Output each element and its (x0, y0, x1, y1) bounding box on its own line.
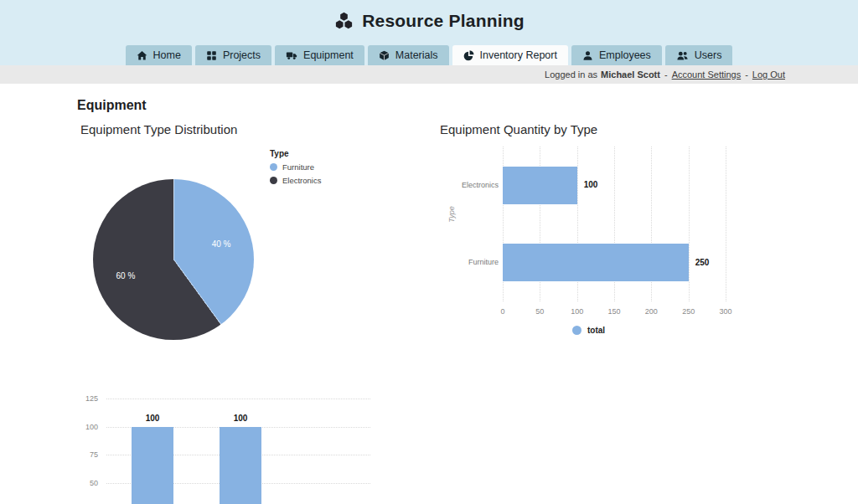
projects-grid-icon (206, 50, 217, 61)
log-out-link[interactable]: Log Out (752, 69, 785, 80)
tab-label: Employees (599, 49, 651, 61)
pie-slice-label: 60 % (116, 270, 136, 280)
bar (132, 427, 173, 504)
tab-materials[interactable]: Materials (368, 45, 449, 65)
pie-slice-divider (173, 179, 174, 260)
box-icon (379, 50, 390, 61)
pie-slice-divider (173, 260, 221, 325)
y-axis-title: Type (447, 206, 456, 222)
tab-label: Inventory Report (480, 49, 557, 61)
gridline (726, 147, 726, 301)
bar-furniture (503, 244, 689, 281)
legend-label: total (587, 326, 605, 335)
separator: - (664, 69, 668, 80)
app-title: Resource Planning (362, 11, 525, 31)
y-axis-tick-label: 50 (67, 479, 98, 487)
tab-inventory-report[interactable]: Inventory Report (452, 45, 568, 65)
x-axis-tick-label: 250 (682, 307, 695, 316)
gridline (689, 147, 690, 301)
x-axis-tick-label: 300 (719, 307, 731, 316)
category-label: Furniture (440, 258, 499, 266)
tab-label: Projects (223, 49, 261, 61)
legend-label: Furniture (282, 162, 314, 172)
bar-electronics (503, 167, 577, 204)
hbar-chart: Equipment Quantity by Type Type Electron… (440, 117, 775, 347)
users-icon (676, 50, 689, 61)
pie-slice-label: 40 % (212, 239, 231, 249)
x-axis-tick-label: 0 (500, 307, 504, 316)
page-title: Equipment (77, 98, 147, 113)
legend-swatch (270, 163, 277, 171)
legend-swatch (270, 177, 277, 184)
session-bar: Logged in as Michael Scott - Account Set… (0, 65, 858, 84)
account-settings-link[interactable]: Account Settings (672, 69, 742, 80)
legend-title: Type (270, 149, 321, 158)
tab-users[interactable]: Users (665, 45, 733, 65)
bar-value-label: 100 (220, 414, 261, 423)
tab-equipment[interactable]: Equipment (275, 45, 364, 65)
y-axis-tick-label: 125 (67, 394, 98, 403)
app-title-row: Resource Planning (0, 0, 858, 31)
hbar-chart-title: Equipment Quantity by Type (440, 122, 597, 136)
separator: - (745, 69, 748, 80)
pie-chart: Equipment Type Distribution 40 %60 % Typ… (75, 117, 364, 364)
vbar-chart: 1251007550100100 (67, 368, 385, 504)
tab-label: Home (153, 49, 181, 61)
x-axis-tick-label: 150 (607, 307, 620, 316)
tab-label: Users (695, 49, 722, 61)
category-label: Electronics (440, 181, 499, 189)
bar-value-label: 250 (695, 258, 710, 267)
gridline (106, 399, 370, 399)
pie-legend: Type FurnitureElectronics (270, 149, 321, 189)
cubes-logo-icon (333, 12, 354, 30)
main-nav: HomeProjectsEquipmentMaterialsInventory … (0, 45, 858, 65)
user-icon (582, 50, 593, 61)
tab-projects[interactable]: Projects (195, 45, 271, 65)
truck-icon (286, 50, 297, 61)
legend-item: Electronics (270, 176, 321, 185)
app-header: Resource Planning HomeProjectsEquipmentM… (0, 0, 858, 65)
tab-home[interactable]: Home (126, 45, 192, 65)
tab-label: Equipment (303, 49, 354, 61)
bar-value-label: 100 (132, 414, 173, 423)
legend-label: Electronics (282, 176, 321, 185)
tab-label: Materials (395, 49, 438, 61)
bar-value-label: 100 (584, 180, 598, 189)
x-axis-tick-label: 100 (571, 307, 583, 316)
x-axis-tick-label: 200 (645, 307, 658, 316)
y-axis-tick-label: 75 (67, 450, 98, 459)
hbar-plot: 050100150200250300100250 (503, 147, 726, 301)
tab-employees[interactable]: Employees (571, 45, 662, 65)
pie-chart-title: Equipment Type Distribution (80, 122, 237, 136)
pie-plot: 40 %60 % (93, 179, 254, 340)
hbar-legend: total (572, 326, 605, 335)
pie-chart-icon (463, 50, 474, 61)
y-axis-tick-label: 100 (67, 423, 98, 431)
legend-item: Furniture (270, 162, 321, 172)
session-user: Michael Scott (601, 69, 660, 80)
session-prefix: Logged in as (545, 69, 597, 80)
legend-swatch (572, 326, 581, 335)
home-icon (137, 50, 147, 61)
x-axis-tick-label: 50 (535, 307, 544, 316)
bar (220, 427, 261, 504)
